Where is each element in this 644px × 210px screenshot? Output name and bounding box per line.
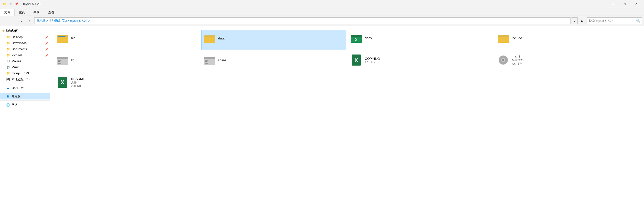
minimize-button[interactable]: ─ <box>607 0 619 8</box>
svg-rect-19 <box>58 61 60 62</box>
sidebar-divider-1 <box>0 84 50 84</box>
back-button[interactable]: ← <box>2 17 9 24</box>
search-box: 🔍 <box>587 17 642 24</box>
pin-desktop-icon: 📌 <box>45 36 48 39</box>
svg-rect-25 <box>205 61 207 62</box>
sidebar-divider-3 <box>0 100 50 101</box>
tab-file[interactable]: 文件 <box>0 9 15 16</box>
sidebar-item-documents-label: Documents <box>12 47 27 51</box>
share-icon <box>203 54 216 66</box>
address-bar: ← → ⌄ ↑ 此电脑 > 本地磁盘 (C:) > mysql-5.7.23 >… <box>0 16 644 26</box>
svg-rect-20 <box>58 63 61 64</box>
file-copying[interactable]: X COPYING 17.5 KB <box>348 52 493 72</box>
sidebar-item-localdisk-label: 本地磁盘 (C:) <box>12 77 29 82</box>
pin-icon[interactable]: 📌 <box>14 2 19 7</box>
content-area: bin data <box>50 26 644 210</box>
sidebar-item-onedrive[interactable]: ☁ OneDrive <box>0 85 50 91</box>
desktop-icon: 📁 <box>6 35 10 39</box>
pin-documents-icon: 📌 <box>45 48 48 51</box>
include-name: include <box>512 36 638 40</box>
sidebar-thispc-label: 此电脑 <box>12 94 21 98</box>
path-sep-3: > <box>88 19 90 23</box>
downloads-icon: 📁 <box>6 41 10 45</box>
movies-icon: 🎞 <box>6 59 10 63</box>
sidebar-item-downloads[interactable]: 📁 Downloads 📌 <box>0 40 50 46</box>
sidebar-item-documents[interactable]: 📁 Documents 📌 <box>0 46 50 52</box>
onedrive-icon: ☁ <box>6 86 10 90</box>
sidebar-item-network[interactable]: 🌐 网络 <box>0 102 50 108</box>
folder-bin[interactable]: bin <box>54 30 199 50</box>
myini-meta: 配置设置429 字节 <box>512 58 638 66</box>
readme-icon: X <box>56 76 68 88</box>
quick-access-icon[interactable]: ☆ <box>8 2 13 7</box>
svg-rect-24 <box>205 60 208 61</box>
main-layout: ★ 快速访问 📁 Desktop 📌 📁 Downloads 📌 📁 Docum… <box>0 26 644 210</box>
path-localdisk[interactable]: 本地磁盘 (C:) <box>49 19 67 23</box>
star-icon: ★ <box>2 29 5 33</box>
sidebar-item-pictures[interactable]: 📁 Pictures 📌 <box>0 52 50 58</box>
docs-name: docs <box>365 36 491 40</box>
path-thispc[interactable]: 此电脑 <box>37 19 46 23</box>
bin-icon <box>56 32 68 44</box>
sidebar: ★ 快速访问 📁 Desktop 📌 📁 Downloads 📌 📁 Docum… <box>0 26 50 210</box>
sidebar-section-quickaccess: ★ 快速访问 📁 Desktop 📌 📁 Downloads 📌 📁 Docum… <box>0 28 50 83</box>
sidebar-item-music[interactable]: 🎵 Music <box>0 64 50 70</box>
mysql-folder-icon: 📁 <box>6 71 10 75</box>
window-title: mysql-5.7.23 <box>21 2 605 6</box>
localdisk-icon: 💾 <box>6 78 10 82</box>
data-name: data <box>218 36 344 40</box>
folder-include[interactable]: include <box>495 30 640 50</box>
include-info: include <box>512 36 638 40</box>
path-mysql[interactable]: mysql-5.7.23 <box>70 19 87 23</box>
maximize-button[interactable]: □ <box>619 0 630 8</box>
bin-name: bin <box>71 36 197 40</box>
title-bar-icons: 📁 ☆ 📌 <box>2 2 19 7</box>
bin-info: bin <box>71 36 197 40</box>
path-sep-2: > <box>67 19 69 23</box>
sidebar-item-localdisk[interactable]: 💾 本地磁盘 (C:) <box>0 76 50 83</box>
folder-share[interactable]: share <box>201 52 346 72</box>
myini-icon <box>497 54 509 66</box>
sidebar-quickaccess-label: 快速访问 <box>6 29 18 33</box>
sidebar-item-desktop[interactable]: 📁 Desktop 📌 <box>0 34 50 40</box>
svg-text:X: X <box>354 57 358 63</box>
sidebar-item-pictures-label: Pictures <box>12 54 22 57</box>
sidebar-network-label: 网络 <box>12 103 18 107</box>
copying-icon: X <box>350 54 362 66</box>
sidebar-quickaccess-header[interactable]: ★ 快速访问 <box>0 28 50 34</box>
sidebar-item-downloads-label: Downloads <box>12 41 26 45</box>
pin-pictures-icon: 📌 <box>45 54 48 57</box>
share-name: share <box>218 58 344 62</box>
address-path[interactable]: 此电脑 > 本地磁盘 (C:) > mysql-5.7.23 > <box>34 17 570 24</box>
sidebar-item-thispc[interactable]: 🖥 此电脑 <box>0 93 50 99</box>
up-button[interactable]: ↑ <box>26 17 33 24</box>
docs-info: docs <box>365 36 491 40</box>
folder-lib[interactable]: lib <box>54 52 199 72</box>
search-input[interactable] <box>587 18 635 24</box>
file-readme[interactable]: X README 文件2.41 KB <box>54 74 199 94</box>
copying-info: COPYING 17.5 KB <box>365 57 491 64</box>
path-sep-1: > <box>46 19 48 23</box>
svg-rect-26 <box>205 63 208 64</box>
sidebar-item-movies-label: Movies <box>12 60 21 63</box>
refresh-button[interactable]: ↻ <box>579 17 586 24</box>
search-icon[interactable]: 🔍 <box>635 17 642 24</box>
path-dropdown-button[interactable]: ⌄ <box>571 17 578 24</box>
sidebar-item-movies[interactable]: 🎞 Movies <box>0 58 50 64</box>
sidebar-item-mysql[interactable]: 📁 mysql-5.7.23 <box>0 70 50 76</box>
file-myini[interactable]: my.ini 配置设置429 字节 <box>495 52 640 72</box>
svg-point-31 <box>502 59 504 61</box>
tab-share[interactable]: 共享 <box>29 9 44 16</box>
tab-home[interactable]: 主页 <box>15 9 29 16</box>
dropdown-recent-button[interactable]: ⌄ <box>18 17 25 24</box>
close-button[interactable]: ✕ <box>630 0 642 8</box>
tab-view[interactable]: 查看 <box>44 9 58 16</box>
pictures-icon: 📁 <box>6 53 10 57</box>
readme-meta: 文件2.41 KB <box>71 81 197 87</box>
folder-docs[interactable]: X docs <box>348 30 493 50</box>
forward-button[interactable]: → <box>10 17 17 24</box>
folder-data[interactable]: data <box>201 30 346 50</box>
data-icon <box>204 32 216 44</box>
lib-name: lib <box>71 58 197 62</box>
svg-text:X: X <box>355 38 357 42</box>
